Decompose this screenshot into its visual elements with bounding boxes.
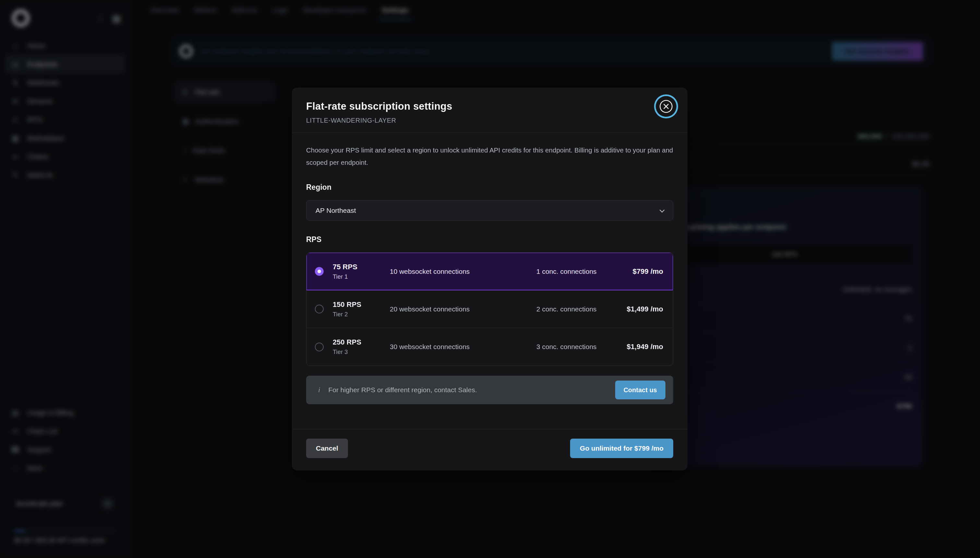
option-tier: Tier 3 [333,348,390,356]
region-select[interactable]: AP Northeast [306,200,673,221]
rps-option-tier2[interactable]: 150 RPS Tier 2 20 websocket connections … [306,290,673,328]
option-tier: Tier 2 [333,311,390,318]
modal-header: Flat-rate subscription settings LITTLE-W… [292,88,687,133]
modal-title: Flat-rate subscription settings [306,100,673,112]
option-websockets: 10 websocket connections [390,268,537,276]
rps-label: RPS [306,235,673,244]
option-websockets: 20 websocket connections [390,305,537,313]
rps-option-tier1[interactable]: 75 RPS Tier 1 10 websocket connections 1… [306,253,673,290]
chevron-down-icon [659,207,665,212]
option-rps: 250 RPS [333,338,390,346]
contact-sales-text: For higher RPS or different region, cont… [328,386,477,394]
close-icon [659,100,673,113]
info-icon: i [319,386,320,394]
option-price: $799 /mo [633,268,663,276]
option-concurrent: 1 conc. connections [537,268,633,276]
endpoint-name: LITTLE-WANDERING-LAYER [306,117,673,124]
region-label: Region [306,183,673,192]
contact-sales-bar: i For higher RPS or different region, co… [306,376,673,404]
radio-unselected-icon[interactable] [315,305,324,313]
option-price: $1,949 /mo [627,343,663,351]
close-button[interactable] [658,98,674,115]
contact-us-button[interactable]: Contact us [615,381,666,399]
option-rps: 75 RPS [333,263,390,271]
option-tier: Tier 1 [333,273,390,280]
radio-selected-icon[interactable] [315,267,324,276]
modal-description: Choose your RPS limit and select a regio… [306,144,673,169]
rps-options: 75 RPS Tier 1 10 websocket connections 1… [306,253,673,366]
option-concurrent: 2 conc. connections [537,305,627,313]
option-rps: 150 RPS [333,300,390,309]
rps-option-tier3[interactable]: 250 RPS Tier 3 30 websocket connections … [306,328,673,366]
go-unlimited-button[interactable]: Go unlimited for $799 /mo [570,438,673,458]
modal-footer: Cancel Go unlimited for $799 /mo [292,429,687,470]
option-websockets: 30 websocket connections [390,343,537,351]
option-concurrent: 3 conc. connections [537,343,627,351]
radio-unselected-icon[interactable] [315,343,324,351]
flat-rate-subscription-modal: Flat-rate subscription settings LITTLE-W… [292,88,687,470]
option-price: $1,499 /mo [627,305,663,313]
cancel-button[interactable]: Cancel [306,438,348,458]
region-selected-value: AP Northeast [316,207,356,215]
